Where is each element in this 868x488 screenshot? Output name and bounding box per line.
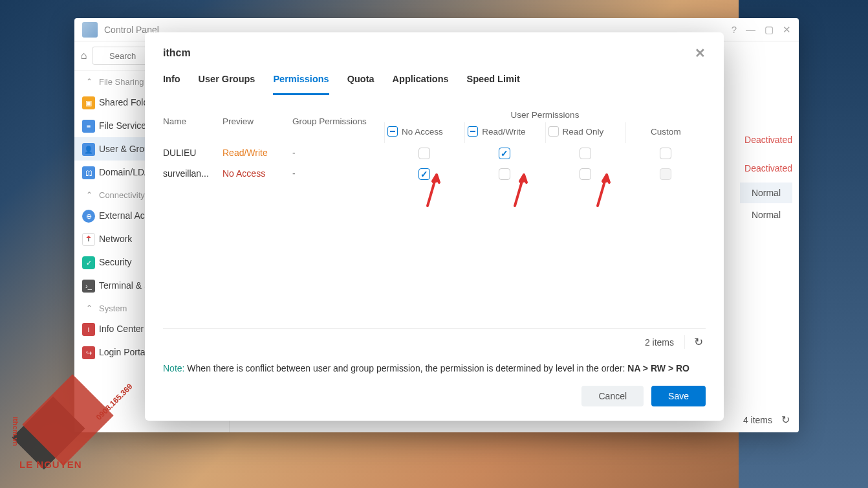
cancel-button[interactable]: Cancel [581, 386, 644, 406]
refresh-icon[interactable]: ↻ [684, 335, 706, 349]
permissions-dialog: ithcm ✕ Info User Groups Permissions Quo… [145, 32, 724, 421]
network-icon [82, 233, 95, 246]
note: Note: When there is conflict between use… [163, 355, 706, 386]
status-deactivated: Deactivated [744, 154, 792, 183]
header-no-access: No Access [402, 127, 443, 137]
info-icon: i [82, 323, 95, 336]
items-count: 2 items [645, 337, 674, 348]
shield-icon: ✓ [82, 256, 95, 269]
domain-icon: 🕮 [82, 166, 95, 179]
permissions-table: Name Preview Group Permissions User Perm… [163, 105, 706, 328]
custom-checkbox[interactable] [660, 148, 671, 159]
row-preview: Read/Write [222, 148, 292, 159]
dialog-tabs: Info User Groups Permissions Quota Appli… [145, 70, 724, 96]
tab-applications[interactable]: Applications [393, 70, 449, 95]
maximize-icon[interactable]: ▢ [765, 24, 774, 36]
table-row: DULIEU Read/Write - [163, 143, 706, 164]
user-icon: 👤 [82, 143, 95, 156]
row-preview: No Access [222, 168, 292, 180]
terminal-icon: ›_ [82, 280, 95, 293]
watermark-site: ithcm.vn [12, 417, 19, 446]
help-icon[interactable]: ? [732, 24, 737, 36]
header-name: Name [163, 105, 222, 143]
save-button[interactable]: Save [651, 386, 706, 406]
note-text: When there is conflict between user and … [187, 363, 625, 373]
dialog-close-button[interactable]: ✕ [695, 45, 706, 61]
header-group-permissions: Group Permissions [292, 105, 384, 143]
globe-icon: ⊕ [82, 210, 95, 223]
file-icon: ≡ [82, 120, 95, 133]
header-custom: Custom [651, 127, 681, 137]
read-write-checkbox[interactable] [499, 168, 510, 180]
no-access-checkbox[interactable] [418, 148, 430, 159]
status-normal: Normal [740, 205, 792, 225]
tab-user-groups[interactable]: User Groups [199, 70, 255, 95]
tab-permissions[interactable]: Permissions [273, 70, 329, 95]
header-read-write: Read/Write [482, 127, 525, 137]
select-all-no-access-checkbox[interactable] [387, 126, 398, 137]
note-order: NA > RW > RO [627, 363, 689, 373]
custom-checkbox[interactable] [660, 168, 671, 180]
tab-speed-limit[interactable]: Speed Limit [467, 70, 520, 95]
watermark-brand: LE NGUYEN [19, 459, 82, 470]
select-all-read-only-checkbox[interactable] [548, 126, 559, 137]
svg-rect-0 [88, 238, 89, 241]
note-label: Note: [163, 363, 184, 373]
header-read-only: Read Only [563, 127, 604, 137]
home-icon[interactable]: ⌂ [80, 47, 88, 64]
login-icon: ↪ [82, 346, 95, 359]
minimize-icon[interactable]: — [746, 24, 755, 36]
refresh-icon[interactable]: ↻ [781, 414, 790, 426]
header-preview: Preview [222, 105, 292, 143]
status-deactivated: Deactivated [744, 126, 792, 154]
row-group: - [292, 168, 384, 180]
row-group: - [292, 148, 384, 159]
row-name: surveillan... [163, 168, 222, 180]
folder-icon: ▣ [82, 96, 95, 109]
dialog-title: ithcm [163, 47, 695, 59]
table-row: surveillan... No Access - [163, 164, 706, 184]
tab-info[interactable]: Info [163, 70, 180, 95]
tab-quota[interactable]: Quota [347, 70, 374, 95]
read-only-checkbox[interactable] [580, 168, 591, 180]
control-panel-icon [82, 22, 98, 38]
no-access-checkbox[interactable] [418, 168, 430, 180]
items-count: 4 items [743, 415, 772, 425]
read-write-checkbox[interactable] [499, 148, 510, 159]
read-only-checkbox[interactable] [580, 148, 591, 159]
status-normal: Normal [740, 183, 792, 203]
row-name: DULIEU [163, 148, 222, 159]
select-all-read-write-checkbox[interactable] [468, 126, 478, 137]
close-icon[interactable]: ✕ [783, 24, 791, 36]
header-user-permissions: User Permissions [384, 105, 706, 122]
